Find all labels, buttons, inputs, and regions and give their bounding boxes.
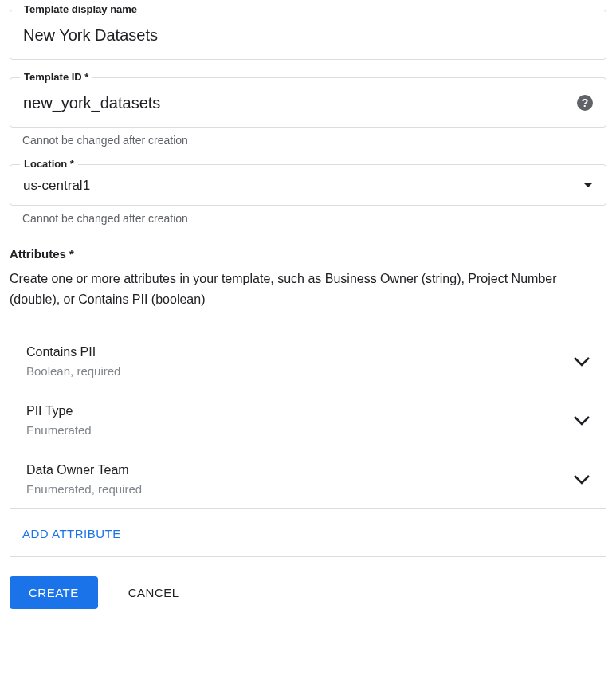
template-id-label: Template ID * [20, 71, 92, 83]
attribute-name: Data Owner Team [26, 463, 574, 477]
chevron-down-icon [574, 416, 590, 426]
location-helper: Cannot be changed after creation [22, 212, 606, 225]
attribute-type: Boolean, required [26, 364, 574, 378]
attribute-row[interactable]: PII Type Enumerated [10, 391, 606, 450]
action-row: CREATE CANCEL [10, 576, 606, 609]
template-id-input[interactable] [10, 78, 577, 127]
template-id-helper: Cannot be changed after creation [22, 134, 606, 147]
location-select: us-central1 [10, 165, 583, 205]
attribute-type: Enumerated [26, 423, 574, 437]
attribute-name: Contains PII [26, 345, 574, 359]
attributes-list: Contains PII Boolean, required PII Type … [10, 332, 606, 509]
attribute-text: Contains PII Boolean, required [26, 345, 574, 378]
attributes-description: Create one or more attributes in your te… [10, 269, 606, 309]
add-attribute-button[interactable]: ADD ATTRIBUTE [10, 509, 134, 556]
divider [10, 556, 606, 557]
template-id-field: Template ID * ? Cannot be changed after … [10, 77, 606, 147]
attribute-row[interactable]: Contains PII Boolean, required [10, 332, 606, 391]
display-name-field: Template display name [10, 10, 606, 60]
attribute-text: PII Type Enumerated [26, 404, 574, 437]
location-label: Location * [20, 158, 78, 170]
display-name-input[interactable] [10, 10, 606, 59]
attribute-text: Data Owner Team Enumerated, required [26, 463, 574, 496]
chevron-down-icon [574, 475, 590, 485]
attribute-name: PII Type [26, 404, 574, 418]
template-id-input-wrapper: Template ID * ? [10, 77, 606, 128]
attributes-heading: Attributes * [10, 247, 606, 261]
display-name-input-wrapper: Template display name [10, 10, 606, 60]
help-icon[interactable]: ? [577, 95, 593, 111]
attribute-row[interactable]: Data Owner Team Enumerated, required [10, 450, 606, 508]
dropdown-icon [583, 183, 593, 187]
chevron-down-icon [574, 357, 590, 367]
location-select-wrapper[interactable]: Location * us-central1 [10, 164, 606, 206]
display-name-label: Template display name [20, 3, 141, 15]
attribute-type: Enumerated, required [26, 482, 574, 496]
create-button[interactable]: CREATE [10, 576, 98, 609]
cancel-button[interactable]: CANCEL [124, 585, 184, 600]
location-field: Location * us-central1 Cannot be changed… [10, 164, 606, 225]
